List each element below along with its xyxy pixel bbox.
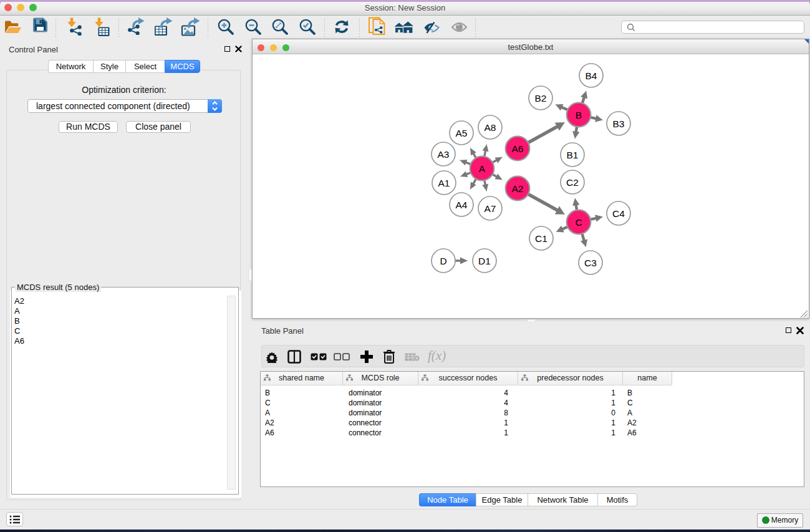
svg-text:A1: A1	[438, 178, 450, 188]
svg-text:B1: B1	[567, 150, 579, 160]
svg-text:A2: A2	[512, 183, 524, 194]
svg-text:A7: A7	[485, 203, 496, 214]
svg-text:C3: C3	[584, 258, 597, 268]
svg-text:C4: C4	[612, 208, 625, 219]
svg-text:D1: D1	[478, 256, 491, 266]
svg-text:A: A	[479, 163, 486, 174]
svg-text:C: C	[575, 217, 582, 228]
svg-text:A8: A8	[485, 122, 496, 133]
svg-text:B2: B2	[535, 93, 547, 104]
svg-text:C2: C2	[566, 177, 579, 188]
svg-text:B4: B4	[586, 70, 597, 81]
svg-text:B: B	[576, 110, 582, 120]
svg-text:B3: B3	[613, 118, 625, 129]
svg-text:D: D	[440, 256, 446, 266]
svg-text:A5: A5	[456, 128, 468, 138]
svg-text:A3: A3	[438, 149, 450, 160]
svg-text:A6: A6	[512, 143, 524, 154]
svg-text:C1: C1	[535, 233, 547, 244]
svg-text:A4: A4	[456, 200, 468, 210]
